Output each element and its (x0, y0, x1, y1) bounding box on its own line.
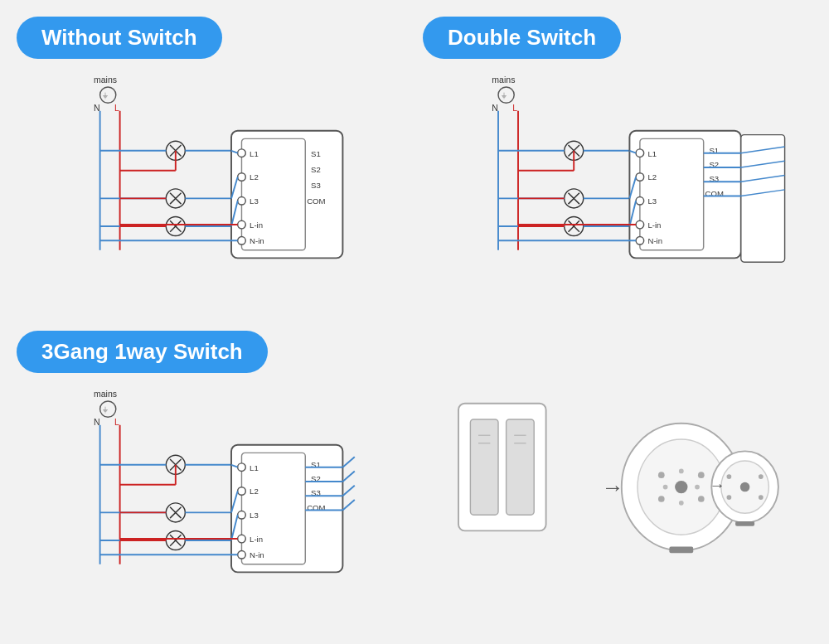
svg-point-30 (238, 173, 246, 182)
svg-text:S1: S1 (311, 149, 321, 158)
svg-rect-160 (507, 419, 535, 515)
svg-point-135 (238, 511, 246, 519)
svg-text:L1: L1 (647, 149, 657, 158)
svg-point-77 (636, 173, 644, 182)
svg-rect-89 (741, 135, 785, 263)
svg-text:L1: L1 (250, 149, 259, 158)
svg-text:L-in: L-in (250, 534, 263, 543)
product-images: → (423, 380, 812, 579)
svg-rect-177 (669, 546, 693, 553)
section-gang-switch: 3Gang 1way Switch mains ⏚ N L (8, 322, 414, 637)
svg-line-152 (342, 500, 354, 510)
svg-text:L: L (114, 416, 119, 426)
svg-text:mains: mains (492, 75, 515, 85)
svg-text:L1: L1 (250, 462, 259, 472)
svg-text:⏚: ⏚ (103, 90, 108, 99)
svg-text:S2: S2 (311, 165, 321, 174)
svg-point-172 (698, 496, 705, 502)
gang-switch-diagram: mains ⏚ N L (17, 381, 406, 580)
page-container: Without Switch mains ⏚ N L (0, 0, 829, 644)
svg-text:N-in: N-in (647, 236, 662, 245)
svg-point-180 (740, 482, 750, 492)
svg-point-36 (238, 236, 246, 245)
svg-line-150 (342, 471, 354, 481)
svg-point-170 (698, 472, 705, 478)
svg-point-133 (238, 487, 246, 495)
svg-point-169 (658, 472, 665, 478)
double-switch-title: Double Switch (423, 17, 621, 59)
svg-point-174 (695, 484, 700, 489)
svg-point-139 (238, 550, 246, 559)
svg-text:⏚: ⏚ (103, 404, 108, 414)
svg-text:L-in: L-in (250, 220, 263, 230)
svg-text:mains: mains (94, 75, 117, 85)
svg-point-168 (675, 481, 687, 493)
svg-text:L2: L2 (250, 172, 259, 182)
svg-text:→: → (602, 475, 624, 500)
section-double-switch: Double Switch mains ⏚ N L (414, 8, 821, 322)
svg-point-131 (238, 462, 246, 471)
svg-text:L2: L2 (250, 487, 259, 496)
svg-text:L2: L2 (647, 172, 657, 182)
svg-text:L: L (114, 103, 119, 113)
svg-text:N-in: N-in (250, 550, 264, 559)
svg-point-75 (636, 149, 644, 157)
svg-text:L-in: L-in (647, 220, 661, 230)
svg-point-171 (658, 496, 665, 502)
svg-point-176 (679, 501, 684, 506)
svg-point-173 (663, 484, 668, 489)
svg-text:L: L (512, 103, 517, 113)
svg-text:N-in: N-in (250, 236, 264, 245)
svg-point-34 (238, 220, 246, 229)
svg-text:N: N (94, 103, 100, 113)
svg-text:L3: L3 (250, 511, 259, 520)
svg-point-182 (759, 474, 764, 479)
svg-point-79 (636, 196, 644, 205)
svg-text:L3: L3 (647, 196, 657, 206)
section-product-images: → (414, 322, 821, 637)
svg-point-183 (727, 495, 732, 500)
svg-text:COM: COM (307, 196, 325, 206)
svg-line-149 (342, 457, 354, 467)
svg-text:N: N (94, 416, 100, 426)
section-without-switch: Without Switch mains ⏚ N L (8, 8, 414, 322)
svg-point-137 (238, 535, 246, 543)
svg-text:N: N (492, 103, 498, 113)
svg-point-81 (636, 220, 644, 229)
without-switch-title: Without Switch (17, 17, 222, 59)
gang-switch-title: 3Gang 1way Switch (17, 331, 268, 373)
svg-line-151 (342, 485, 354, 495)
double-switch-diagram: mains ⏚ N L (423, 67, 812, 266)
svg-point-175 (679, 468, 684, 473)
svg-point-28 (238, 149, 246, 157)
svg-point-32 (238, 196, 246, 205)
svg-text:mains: mains (94, 389, 117, 399)
svg-point-184 (759, 495, 764, 500)
without-switch-diagram: mains ⏚ N L (17, 67, 406, 266)
svg-rect-159 (470, 419, 498, 515)
svg-text:⏚: ⏚ (502, 90, 507, 99)
svg-point-181 (727, 474, 732, 479)
svg-rect-185 (735, 521, 754, 526)
svg-text:S3: S3 (311, 181, 321, 190)
svg-text:→: → (709, 477, 725, 494)
svg-point-83 (636, 236, 644, 245)
svg-text:L3: L3 (250, 196, 259, 206)
